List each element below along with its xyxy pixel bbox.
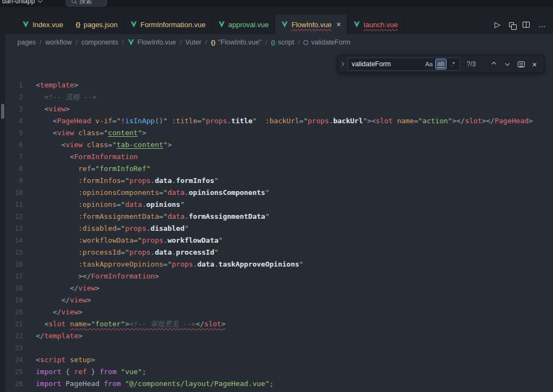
code-line[interactable]: 14 :workflowData="props.workflowData" bbox=[5, 235, 553, 246]
line-content: import { ref } from "vue"; bbox=[36, 366, 147, 378]
chevron-right-icon bbox=[340, 62, 344, 66]
breadcrumb-item-pages[interactable]: pages bbox=[17, 39, 36, 46]
breadcrumb-item-Vuter[interactable]: Vuter bbox=[186, 39, 201, 46]
tab-bar-tabs: Index.vue{}pages.jsonFormInformation.vue… bbox=[16, 15, 404, 34]
search-icon bbox=[72, 0, 76, 3]
line-number: 2 bbox=[5, 91, 36, 103]
code-line[interactable]: 18 </view> bbox=[5, 282, 553, 294]
line-content: <slot name="footer"><!-- 审批意见 --></slot> bbox=[36, 318, 225, 330]
breadcrumb-label: workflow bbox=[46, 39, 72, 46]
code-line[interactable]: 25import { ref } from "vue"; bbox=[5, 366, 553, 378]
close-tab-button[interactable]: × bbox=[336, 21, 341, 28]
code-line[interactable]: 13 :disabled="props.disabled" bbox=[5, 223, 553, 235]
code-line[interactable]: 21 <slot name="footer"><!-- 审批意见 --></sl… bbox=[5, 318, 553, 330]
match-case-toggle[interactable]: Aa bbox=[423, 59, 435, 69]
breadcrumb-item-FlowInfo.vue[interactable]: {}"FlowInfo.vue" bbox=[211, 39, 262, 46]
vue-icon bbox=[130, 21, 137, 28]
line-content: :processId="props.data.processId" bbox=[36, 246, 219, 258]
code-line[interactable]: 16 :taskApproveOpinions="props.data.task… bbox=[5, 258, 553, 270]
line-number: 12 bbox=[5, 211, 36, 223]
previous-match-button[interactable] bbox=[488, 58, 500, 70]
code-line[interactable]: 20 </view> bbox=[5, 306, 553, 318]
code-line[interactable]: 15 :processId="props.data.processId" bbox=[5, 246, 553, 258]
breadcrumb-item-script[interactable]: {}script bbox=[271, 39, 294, 46]
code-line[interactable]: 4 <PageHead v-if="!isInApp()" :title="pr… bbox=[5, 115, 553, 127]
breadcrumb-separator: / bbox=[75, 39, 77, 46]
line-content: </view> bbox=[36, 306, 82, 318]
tab-label: pages.json bbox=[84, 21, 118, 29]
line-content: </view> bbox=[36, 294, 91, 306]
code-line[interactable]: 26import PageHead from "@/components/lay… bbox=[5, 378, 553, 390]
line-number: 23 bbox=[5, 342, 36, 354]
more-actions-button[interactable]: … bbox=[538, 20, 546, 29]
code-line[interactable]: 1<template> bbox=[5, 79, 553, 91]
code-line[interactable]: 7 <FormInformation bbox=[5, 151, 553, 163]
command-center-search[interactable]: 搜索 bbox=[66, 0, 107, 7]
tab-Index.vue[interactable]: Index.vue bbox=[16, 15, 69, 34]
tab-approval.vue[interactable]: approval.vue bbox=[212, 15, 275, 34]
line-content: </template> bbox=[36, 330, 82, 342]
tab-launch.vue[interactable]: launch.vue bbox=[347, 15, 404, 34]
breadcrumb-separator: / bbox=[205, 39, 207, 46]
find-in-selection-button[interactable] bbox=[515, 58, 527, 70]
tab-label: FormInformation.vue bbox=[141, 21, 206, 29]
code-line[interactable]: 5 <view class="content"> bbox=[5, 127, 553, 139]
code-area: 1<template>2 <!-- 流程 -->3 <view>4 <PageH… bbox=[5, 50, 553, 390]
activity-bar bbox=[0, 7, 5, 392]
breadcrumb-item-validateForm[interactable]: validateForm bbox=[303, 39, 350, 46]
line-content: :formAssignmentData="data.formAssignment… bbox=[36, 211, 270, 223]
line-number: 17 bbox=[5, 270, 36, 282]
tab-pages.json[interactable]: {}pages.json bbox=[69, 15, 124, 34]
code-line[interactable]: 8 ref="formInfoRef" bbox=[5, 163, 553, 175]
find-input[interactable] bbox=[352, 60, 423, 68]
open-changes-button[interactable] bbox=[509, 22, 514, 27]
breadcrumb-label: "FlowInfo.vue" bbox=[218, 39, 262, 46]
project-name[interactable]: dan-uniapp bbox=[2, 0, 35, 5]
code-line[interactable]: 10 :opinionsComponents="data.opinionsCom… bbox=[5, 187, 553, 199]
breadcrumb-item-FlowInfo.vue[interactable]: FlowInfo.vue bbox=[128, 39, 176, 46]
line-number: 8 bbox=[5, 163, 36, 175]
line-content: :opinions="data.opinions" bbox=[36, 199, 185, 211]
breadcrumb-item-components[interactable]: components bbox=[81, 39, 118, 46]
code-line[interactable]: 23 bbox=[5, 342, 553, 354]
line-number: 25 bbox=[5, 366, 36, 378]
tab-FlowInfo.vue[interactable]: FlowInfo.vue× bbox=[275, 15, 347, 34]
find-widget: Aaab.* ?/3 × bbox=[337, 55, 544, 73]
regex-toggle[interactable]: .* bbox=[447, 59, 459, 69]
line-number: 18 bbox=[5, 282, 36, 294]
code-line[interactable]: 11 :opinions="data.opinions" bbox=[5, 199, 553, 211]
code-line[interactable]: 6 <view class="tab-content"> bbox=[5, 139, 553, 151]
find-in-selection-icon bbox=[518, 61, 525, 67]
line-number: 9 bbox=[5, 175, 36, 187]
code-line[interactable]: 12 :formAssignmentData="data.formAssignm… bbox=[5, 211, 553, 223]
vue-icon bbox=[218, 21, 225, 28]
line-content: ref="formInfoRef" bbox=[36, 163, 150, 175]
code-line[interactable]: 24<script setup> bbox=[5, 354, 553, 366]
close-find-button[interactable]: × bbox=[529, 58, 541, 70]
tab-FormInformation.vue[interactable]: FormInformation.vue bbox=[124, 15, 212, 34]
breadcrumb-label: validateForm bbox=[311, 39, 350, 46]
next-match-button[interactable] bbox=[501, 58, 513, 70]
code-line[interactable]: 17 ></FormInformation> bbox=[5, 270, 553, 282]
line-content: <template> bbox=[36, 79, 78, 91]
code-line[interactable]: 2 <!-- 流程 --> bbox=[5, 91, 553, 103]
run-file-button[interactable]: ▷ bbox=[494, 20, 500, 29]
breadcrumb-separator: / bbox=[180, 39, 181, 46]
symbol-module-icon: {} bbox=[271, 40, 275, 46]
code-line[interactable]: 3 <view> bbox=[5, 103, 553, 115]
whole-word-toggle[interactable]: ab bbox=[435, 59, 447, 69]
vscode-window: dan-uniapp 搜索 Index.vue{}pages.jsonFormI… bbox=[0, 0, 553, 392]
code-line[interactable]: 22</template> bbox=[5, 330, 553, 342]
code-line[interactable]: 19 </view> bbox=[5, 294, 553, 306]
editor[interactable]: Aaab.* ?/3 × 1<template>2 <!-- 流程 -->3 <… bbox=[5, 50, 553, 392]
split-editor-button[interactable] bbox=[523, 22, 530, 28]
close-icon: × bbox=[532, 60, 537, 68]
line-content: </view> bbox=[36, 282, 99, 294]
code-line[interactable]: 9 :formInfos="props.data.formInfos" bbox=[5, 175, 553, 187]
line-number: 7 bbox=[5, 151, 36, 163]
toggle-replace-button[interactable] bbox=[338, 55, 346, 73]
breadcrumb-item-workflow[interactable]: workflow bbox=[46, 39, 72, 46]
breadcrumb-separator: / bbox=[265, 39, 267, 46]
search-label: 搜索 bbox=[79, 0, 92, 6]
breadcrumb-separator: / bbox=[122, 39, 124, 46]
